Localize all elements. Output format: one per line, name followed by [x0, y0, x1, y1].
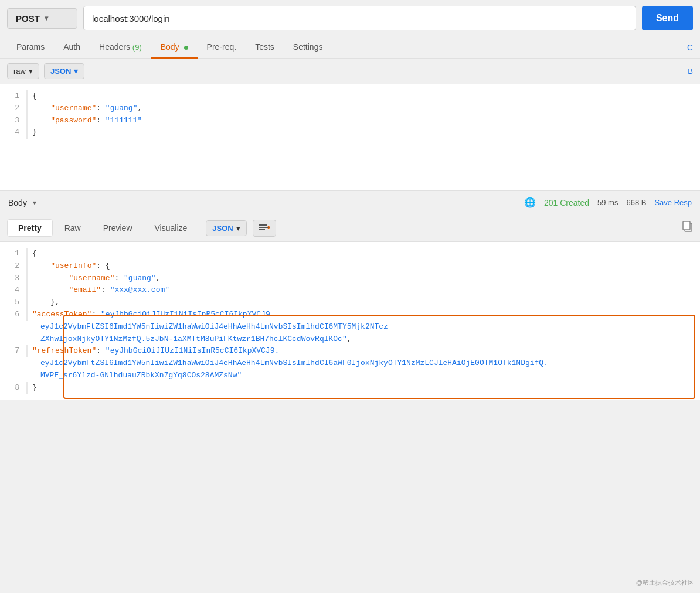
body-type-chevron-icon: ▾	[29, 67, 33, 76]
watermark: @稀土掘金技术社区	[636, 578, 694, 587]
svg-rect-4	[683, 221, 690, 230]
method-selector[interactable]: POST ▾	[7, 8, 77, 29]
response-format-label: JSON	[212, 224, 233, 233]
response-status-area: 🌐 201 Created 59 ms 668 B Save Resp	[524, 197, 692, 208]
request-body-editor: 1 { 2 "username": "guang", 3 "password":…	[0, 84, 700, 190]
copy-button[interactable]	[682, 221, 693, 236]
resp-line-2: 2 "userInfo": {	[0, 260, 700, 272]
response-size: 668 B	[626, 198, 646, 207]
status-code: 201 Created	[544, 198, 589, 207]
tab-auth[interactable]: Auth	[54, 36, 90, 59]
req-line-1: 1 {	[0, 90, 700, 103]
response-chevron-icon: ▾	[33, 199, 36, 207]
resp-line-6b: eyJ1c2VybmFtZSI6Imd1YW5nIiwiZW1haWwiOiJ4…	[0, 321, 700, 333]
body-format-label: JSON	[50, 67, 71, 76]
response-format-chevron-icon: ▾	[236, 224, 240, 233]
resp-tab-visualize[interactable]: Visualize	[144, 220, 198, 236]
url-input[interactable]	[83, 6, 636, 30]
resp-line-3: 3 "username": "guang",	[0, 272, 700, 285]
resp-line-7: 7 "refreshToken": "eyJhbGciOiJIUzI1NiIsI…	[0, 345, 700, 357]
response-body-editor: 1 { 2 "userInfo": { 3 "username": "guang…	[0, 242, 700, 400]
resp-line-6: 6 "accessToken": "eyJhbGciOiJIUzI1NiIsIn…	[0, 309, 700, 321]
request-bar: POST ▾ Send	[0, 0, 700, 36]
method-chevron-icon: ▾	[45, 14, 48, 22]
body-dot-icon	[184, 46, 188, 50]
tab-headers[interactable]: Headers (9)	[90, 36, 151, 59]
tab-body[interactable]: Body	[151, 36, 198, 59]
tab-params[interactable]: Params	[7, 36, 54, 59]
req-line-4: 4 }	[0, 127, 700, 139]
tab-prereq[interactable]: Pre-req.	[198, 36, 246, 59]
response-format-selector[interactable]: JSON ▾	[206, 220, 246, 236]
body-type-selector[interactable]: raw ▾	[7, 63, 39, 79]
globe-icon: 🌐	[524, 197, 536, 208]
resp-line-5: 5 },	[0, 296, 700, 309]
tab-settings[interactable]: Settings	[284, 36, 332, 59]
resp-tab-raw[interactable]: Raw	[54, 220, 91, 236]
response-tabs-bar: Pretty Raw Preview Visualize JSON ▾	[0, 214, 700, 242]
more-link[interactable]: C	[687, 43, 693, 52]
resp-line-8: 8 }	[0, 382, 700, 394]
response-status-bar: Body ▾ 🌐 201 Created 59 ms 668 B Save Re…	[0, 190, 700, 214]
resp-line-4: 4 "email": "xxx@xxx.com"	[0, 284, 700, 296]
resp-tab-preview[interactable]: Preview	[93, 220, 143, 236]
tab-tests[interactable]: Tests	[246, 36, 284, 59]
method-label: POST	[16, 13, 40, 23]
copy-icon	[682, 221, 693, 233]
send-button[interactable]: Send	[642, 6, 693, 30]
request-tabs-bar: Params Auth Headers (9) Body Pre-req. Te…	[0, 36, 700, 59]
req-line-2: 2 "username": "guang",	[0, 103, 700, 115]
req-line-3: 3 "password": "111111"	[0, 115, 700, 127]
wrap-button[interactable]	[253, 220, 276, 237]
body-type-label: raw	[13, 67, 26, 76]
body-options-bar: raw ▾ JSON ▾ B	[0, 59, 700, 84]
resp-line-7b: eyJ1c2VybmFtZSI6Imd1YW5nIiwiZW1haWwiOiJ4…	[0, 357, 700, 370]
body-format-selector[interactable]: JSON ▾	[44, 63, 84, 79]
resp-line-6c: ZXhwIjoxNjkyOTY1NzMzfQ.5zJbN-1aXMTtM8uPi…	[0, 333, 700, 346]
resp-line-1: 1 {	[0, 248, 700, 260]
resp-tab-pretty[interactable]: Pretty	[7, 219, 53, 237]
wrap-icon	[259, 223, 270, 231]
save-response-button[interactable]: Save Resp	[654, 198, 692, 207]
response-time: 59 ms	[597, 198, 618, 207]
resp-line-7c: MVPE_sr6Ylzd-GNlhduauZRbkXn7gYq8COs28AMZ…	[0, 370, 700, 382]
headers-badge: (9)	[132, 43, 142, 52]
body-format-chevron-icon: ▾	[74, 67, 78, 76]
response-body-label[interactable]: Body	[8, 198, 27, 207]
beautify-link[interactable]: B	[688, 67, 693, 76]
